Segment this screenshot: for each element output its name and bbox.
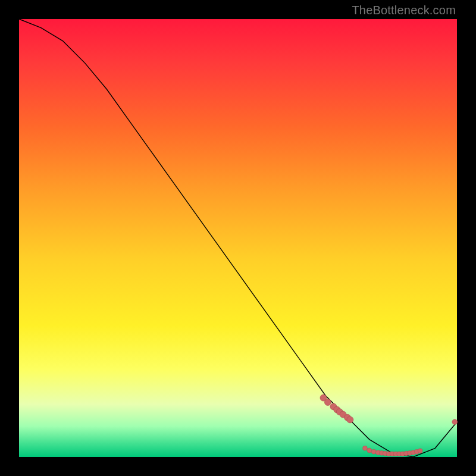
chart-canvas bbox=[19, 19, 457, 457]
scatter-points bbox=[320, 394, 458, 456]
watermark-text: TheBottleneck.com bbox=[352, 4, 456, 17]
data-point bbox=[452, 419, 458, 425]
data-point bbox=[367, 448, 372, 453]
data-point bbox=[371, 449, 376, 454]
data-point bbox=[347, 416, 353, 423]
data-point bbox=[418, 449, 422, 453]
data-point bbox=[362, 446, 367, 450]
data-point bbox=[324, 399, 331, 406]
bottleneck-curve bbox=[19, 19, 457, 457]
